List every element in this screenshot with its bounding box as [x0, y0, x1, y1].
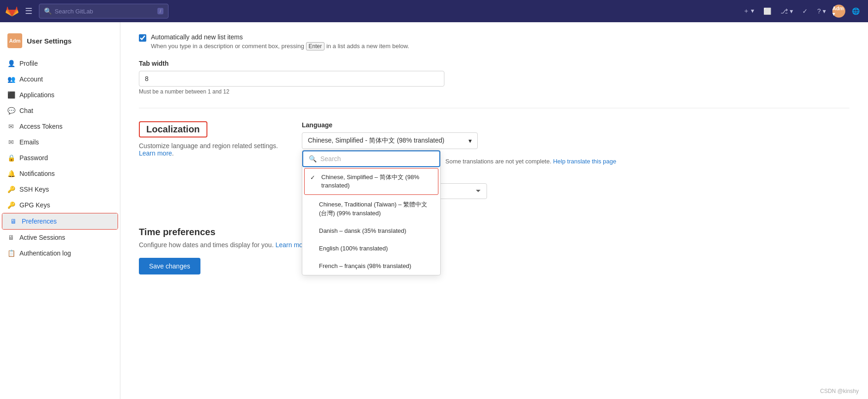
no-check-fr: [308, 262, 315, 262]
tab-width-hint: Must be a number between 1 and 12: [139, 88, 849, 95]
language-dropdown-list: ✓ Chinese, Simplified – 简体中文 (98% transl…: [302, 167, 440, 275]
sidebar-link-access-tokens[interactable]: ✉ Access Tokens: [0, 118, 120, 134]
emails-icon: ✉: [7, 138, 15, 146]
auto-list-label: Automatically add new list items: [151, 33, 409, 41]
language-label: Language: [302, 121, 849, 129]
hamburger-icon[interactable]: ☰: [23, 4, 34, 18]
auto-list-checkbox[interactable]: [139, 34, 146, 42]
merge-requests-button[interactable]: ⎇ ▾: [778, 6, 796, 17]
sidebar-label-password: Password: [19, 154, 48, 162]
dropdown-search-icon: 🔍: [309, 155, 317, 162]
sidebar-item-active-sessions[interactable]: 🖥 Active Sessions: [0, 230, 120, 245]
create-button[interactable]: ＋ ▾: [740, 5, 757, 17]
auto-list-row: Automatically add new list items When yo…: [139, 33, 849, 50]
lang-option-zh-tw[interactable]: Chinese, Traditional (Taiwan) – 繁體中文 (台灣…: [302, 196, 440, 222]
sidebar-link-chat[interactable]: 💬 Chat: [0, 103, 120, 118]
search-input[interactable]: [55, 8, 155, 15]
sidebar-link-password[interactable]: 🔒 Password: [0, 150, 120, 166]
tab-width-input[interactable]: 8: [139, 71, 444, 87]
save-changes-button[interactable]: Save changes: [139, 258, 200, 274]
incomplete-text: Some translations are not yet complete.: [445, 158, 551, 165]
sidebar-label-applications: Applications: [19, 91, 55, 99]
time-pref-desc-text: Configure how dates and times display fo…: [139, 241, 274, 249]
preferences-icon: 🖥: [10, 218, 17, 225]
no-check-en: [308, 244, 315, 245]
tab-width-section: Tab width 8 Must be a number between 1 a…: [139, 60, 849, 95]
user-avatar[interactable]: Adm ▾: [832, 5, 845, 18]
sidebar-item-ssh-keys[interactable]: 🔑 SSH Keys: [0, 181, 120, 197]
sidebar-label-auth-log: Authentication log: [19, 249, 71, 257]
sidebar-link-profile[interactable]: 👤 Profile: [0, 56, 120, 71]
no-check-da: [308, 227, 315, 227]
issues-button[interactable]: ⬜: [761, 6, 774, 17]
sidebar-title: User Settings: [27, 37, 72, 45]
desc-before: When you type in a description or commen…: [151, 43, 304, 50]
localization-title: Localization: [146, 124, 200, 135]
sidebar-item-profile[interactable]: 👤 Profile: [0, 56, 120, 71]
lang-option-en[interactable]: English (100% translated): [302, 240, 440, 257]
localization-section: Localization Customize language and regi…: [139, 121, 849, 199]
sidebar-label-ssh-keys: SSH Keys: [19, 186, 49, 193]
sidebar-link-notifications[interactable]: 🔔 Notifications: [0, 166, 120, 181]
chevron-down-icon: ▾: [468, 137, 472, 144]
active-sessions-icon: 🖥: [7, 234, 15, 241]
lang-option-zh-cn[interactable]: ✓ Chinese, Simplified – 简体中文 (98% transl…: [304, 168, 438, 195]
sidebar-item-account[interactable]: 👥 Account: [0, 71, 120, 87]
slash-shortcut: /: [157, 8, 163, 14]
footer-note: CSDN @kinshy: [820, 388, 859, 394]
help-button[interactable]: ? ▾: [814, 6, 829, 17]
sidebar-link-preferences[interactable]: 🖥 Preferences: [2, 213, 118, 229]
topnav-actions: ＋ ▾ ⬜ ⎇ ▾ ✓ ? ▾ Adm ▾ 🌐: [740, 5, 862, 18]
applications-icon: ⬛: [7, 91, 15, 99]
desc-after: in a list adds a new item below.: [326, 43, 409, 50]
help-translate-link[interactable]: Help translate this page: [553, 158, 617, 165]
search-bar: 🔍 /: [39, 4, 169, 19]
incomplete-note: Some translations are not yet complete. …: [445, 158, 849, 165]
language-select-button[interactable]: Chinese, Simplified - 简体中文 (98% translat…: [302, 132, 478, 149]
localization-desc: Customize language and region related se…: [139, 142, 287, 157]
sidebar-link-account[interactable]: 👥 Account: [0, 71, 120, 87]
sidebar-label-notifications: Notifications: [19, 170, 55, 177]
sidebar-item-chat[interactable]: 💬 Chat: [0, 103, 120, 118]
sidebar-item-gpg-keys[interactable]: 🔑 GPG Keys: [0, 197, 120, 213]
sidebar-item-password[interactable]: 🔒 Password: [0, 150, 120, 166]
sidebar-link-gpg-keys[interactable]: 🔑 GPG Keys: [0, 197, 120, 213]
sidebar: Adm User Settings 👤 Profile 👥 Account ⬛ …: [0, 22, 120, 399]
sidebar-link-applications[interactable]: ⬛ Applications: [0, 87, 120, 103]
localization-left: Localization Customize language and regi…: [139, 121, 287, 157]
sidebar-label-account: Account: [19, 75, 43, 83]
profile-icon: 👤: [7, 60, 15, 67]
search-icon: 🔍: [44, 7, 52, 15]
sidebar-label-profile: Profile: [19, 60, 38, 67]
todos-button[interactable]: ✓: [799, 6, 811, 17]
sidebar-item-access-tokens[interactable]: ✉ Access Tokens: [0, 118, 120, 134]
access-tokens-icon: ✉: [7, 123, 15, 130]
sidebar-link-auth-log[interactable]: 📋 Authentication log: [0, 245, 120, 261]
sidebar-item-applications[interactable]: ⬛ Applications: [0, 87, 120, 103]
lang-option-fr-text: French – français (98% translated): [319, 262, 435, 270]
lang-option-en-text: English (100% translated): [319, 244, 435, 253]
language-dropdown: 🔍 ✓ Chinese, Simplified – 简体中文 (98% tran…: [302, 150, 441, 275]
sidebar-item-emails[interactable]: ✉ Emails: [0, 134, 120, 150]
sidebar-item-preferences[interactable]: 🖥 Preferences: [2, 213, 118, 230]
tab-width-label: Tab width: [139, 60, 849, 67]
lang-option-fr[interactable]: French – français (98% translated): [302, 257, 440, 275]
globe-icon[interactable]: 🌐: [849, 6, 862, 17]
lang-option-da[interactable]: Danish – dansk (35% translated): [302, 222, 440, 240]
no-check-zh-tw: [308, 200, 315, 201]
sidebar-link-ssh-keys[interactable]: 🔑 SSH Keys: [0, 181, 120, 197]
sidebar-item-notifications[interactable]: 🔔 Notifications: [0, 166, 120, 181]
gitlab-logo[interactable]: [6, 5, 19, 18]
sidebar-label-gpg-keys: GPG Keys: [19, 201, 50, 209]
gpg-keys-icon: 🔑: [7, 201, 15, 209]
sidebar-link-active-sessions[interactable]: 🖥 Active Sessions: [0, 230, 120, 245]
auto-list-desc: When you type in a description or commen…: [151, 42, 409, 50]
section-divider: [139, 108, 849, 108]
enter-kbd: Enter: [306, 42, 325, 50]
localization-learn-more[interactable]: Learn more: [139, 150, 172, 157]
sidebar-link-emails[interactable]: ✉ Emails: [0, 134, 120, 150]
chat-icon: 💬: [7, 107, 15, 114]
dropdown-search-input[interactable]: [320, 155, 434, 162]
sidebar-label-access-tokens: Access Tokens: [19, 123, 62, 130]
sidebar-item-auth-log[interactable]: 📋 Authentication log: [0, 245, 120, 261]
